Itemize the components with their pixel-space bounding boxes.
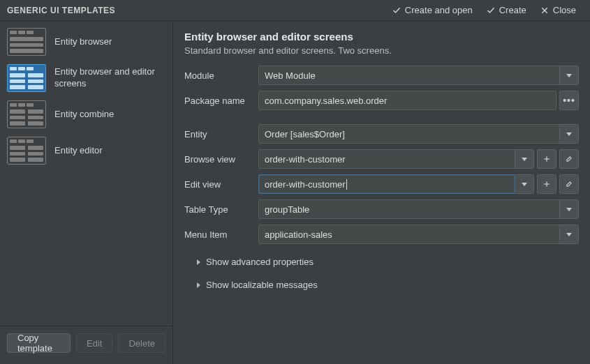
window-title: GENERIC UI TEMPLATES xyxy=(7,6,115,15)
menu-item-select[interactable]: application-sales xyxy=(258,225,559,244)
text-cursor xyxy=(346,179,347,190)
module-label: Module xyxy=(184,70,254,81)
edit-view-value: order-with-customer xyxy=(265,179,346,190)
entity-dropdown-button[interactable] xyxy=(559,124,579,144)
table-type-dropdown-button[interactable] xyxy=(559,199,579,219)
delete-template-button[interactable]: Delete xyxy=(118,333,165,353)
pencil-icon xyxy=(566,156,573,162)
show-advanced-label: Show advanced properties xyxy=(206,257,314,267)
edit-view-add-button[interactable] xyxy=(537,174,556,194)
module-value: Web Module xyxy=(265,70,316,81)
chevron-down-icon xyxy=(522,158,527,161)
sidebar-item-label: Entity browser and editor screens xyxy=(54,66,165,90)
sidebar-item-label: Entity editor xyxy=(54,145,103,157)
panel-description: Standard browser and editor screens. Two… xyxy=(184,45,579,56)
chevron-down-icon xyxy=(566,233,572,236)
titlebar: GENERIC UI TEMPLATES Create and open Cre… xyxy=(0,0,590,21)
plus-icon xyxy=(543,156,550,162)
template-icon xyxy=(7,28,46,56)
browse-view-dropdown-button[interactable] xyxy=(515,149,534,169)
edit-view-label: Edit view xyxy=(184,179,254,190)
entity-select[interactable]: Order [sales$Order] xyxy=(258,124,559,144)
browse-view-add-button[interactable] xyxy=(537,149,556,169)
edit-template-button[interactable]: Edit xyxy=(76,333,112,353)
browse-view-edit-button[interactable] xyxy=(559,149,579,169)
sidebar-footer: Copy template Edit Delete xyxy=(0,326,172,361)
package-label: Package name xyxy=(184,96,254,106)
template-icon xyxy=(7,137,46,165)
plus-icon xyxy=(543,181,550,188)
entity-value: Order [sales$Order] xyxy=(265,129,345,139)
close-button[interactable]: Close xyxy=(533,0,583,21)
table-type-value: groupTable xyxy=(265,204,309,215)
browse-view-input[interactable] xyxy=(258,149,515,169)
sidebar-item-entity-editor[interactable]: Entity editor xyxy=(0,132,172,169)
check-icon xyxy=(487,6,495,15)
module-select[interactable]: Web Module xyxy=(258,66,559,85)
browse-view-label: Browse view xyxy=(184,154,254,165)
menu-item-label: Menu Item xyxy=(184,229,254,240)
edit-view-dropdown-button[interactable] xyxy=(515,174,534,194)
template-icon xyxy=(7,64,46,92)
table-type-select[interactable]: groupTable xyxy=(258,199,559,219)
chevron-down-icon xyxy=(522,183,527,186)
caret-right-icon xyxy=(197,282,200,288)
sidebar-item-label: Entity combine xyxy=(54,109,114,121)
show-localizable-label: Show localizable messages xyxy=(206,280,318,290)
entity-label: Entity xyxy=(184,129,254,139)
module-dropdown-button[interactable] xyxy=(559,66,579,85)
caret-right-icon xyxy=(197,259,200,265)
sidebar-item-entity-combine[interactable]: Entity combine xyxy=(0,96,172,132)
chevron-down-icon xyxy=(566,132,572,136)
create-label: Create xyxy=(499,5,526,15)
edit-view-input[interactable]: order-with-customer xyxy=(258,174,515,194)
pencil-icon xyxy=(566,181,573,188)
sidebar-item-entity-browser-and-editor[interactable]: Entity browser and editor screens xyxy=(0,60,172,96)
menu-item-value: application-sales xyxy=(265,229,332,240)
close-icon xyxy=(540,6,549,15)
package-input[interactable] xyxy=(258,91,556,110)
create-and-open-label: Create and open xyxy=(405,5,473,15)
templates-sidebar: Entity browser Entity browser and editor… xyxy=(0,21,173,364)
create-and-open-button[interactable]: Create and open xyxy=(385,0,480,21)
close-label: Close xyxy=(553,5,576,15)
menu-item-dropdown-button[interactable] xyxy=(559,225,579,244)
table-type-label: Table Type xyxy=(184,204,254,215)
copy-template-button[interactable]: Copy template xyxy=(7,333,71,353)
package-browse-button[interactable]: ••• xyxy=(559,91,579,110)
chevron-down-icon xyxy=(566,208,572,211)
panel-heading: Entity browser and editor screens xyxy=(184,31,579,43)
create-button[interactable]: Create xyxy=(480,0,533,21)
show-localizable-toggle[interactable]: Show localizable messages xyxy=(197,280,579,290)
edit-view-edit-button[interactable] xyxy=(559,174,579,194)
ellipsis-icon: ••• xyxy=(563,96,575,105)
sidebar-item-entity-browser[interactable]: Entity browser xyxy=(0,24,172,60)
chevron-down-icon xyxy=(566,74,572,77)
sidebar-item-label: Entity browser xyxy=(54,36,112,48)
main-panel: Entity browser and editor screens Standa… xyxy=(173,21,590,364)
template-icon xyxy=(7,100,46,128)
show-advanced-toggle[interactable]: Show advanced properties xyxy=(197,257,579,267)
check-icon xyxy=(392,6,401,15)
